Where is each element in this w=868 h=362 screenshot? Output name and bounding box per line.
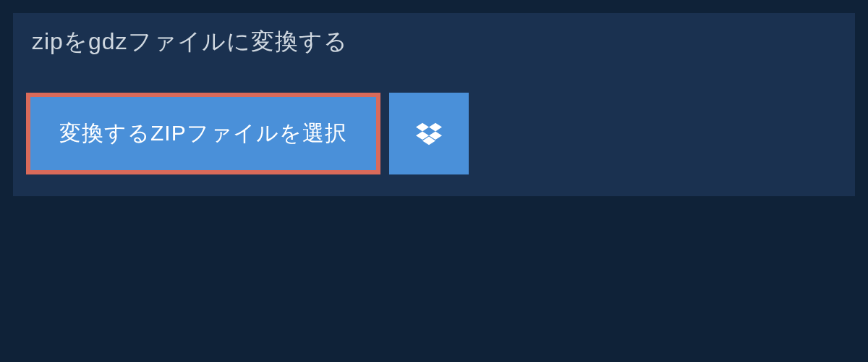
button-row: 変換するZIPファイルを選択: [13, 71, 855, 174]
select-file-label: 変換するZIPファイルを選択: [59, 119, 347, 148]
dropbox-button[interactable]: [389, 93, 469, 174]
dropbox-icon: [416, 122, 442, 146]
converter-panel: zipをgdzファイルに変換する 変換するZIPファイルを選択: [13, 13, 855, 196]
select-file-button[interactable]: 変換するZIPファイルを選択: [26, 93, 380, 174]
page-title: zipをgdzファイルに変換する: [13, 13, 367, 71]
